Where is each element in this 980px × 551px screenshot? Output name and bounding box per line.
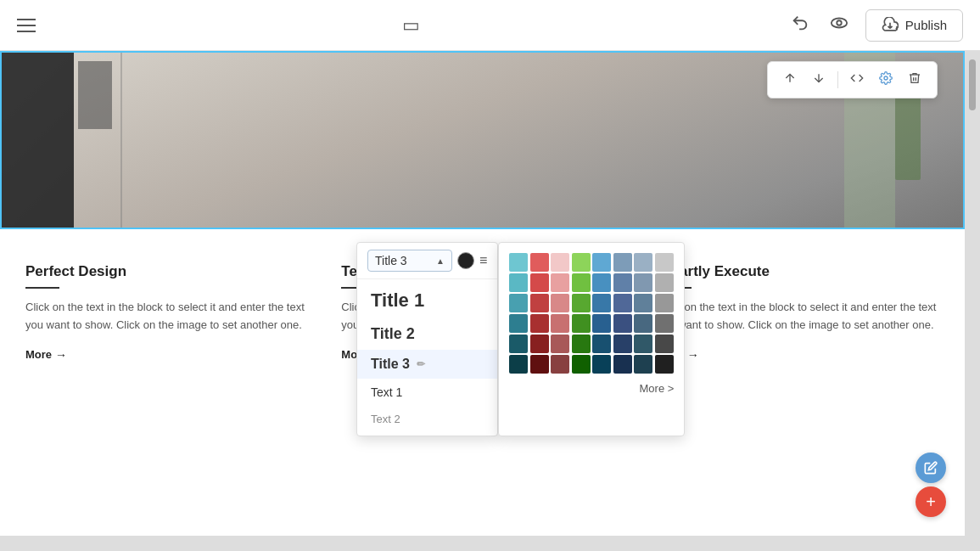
color-cell[interactable]	[509, 253, 528, 272]
scrollbar-thumb[interactable]	[969, 59, 976, 110]
dropdown-overlay: Title 3 ▲ ≡ Title 1 Title 2 Title 3 ✏	[356, 242, 685, 436]
color-cell[interactable]	[613, 335, 632, 353]
color-cell[interactable]	[613, 355, 632, 374]
color-cell[interactable]	[634, 335, 652, 353]
color-cell[interactable]	[592, 253, 611, 272]
style-dropdown-list: Title 1 Title 2 Title 3 ✏ Text 1 Text 2	[357, 279, 497, 436]
color-cell[interactable]	[530, 253, 549, 272]
color-cell[interactable]	[530, 355, 549, 374]
undo-button[interactable]	[787, 10, 813, 40]
card-1-link[interactable]: More →	[25, 348, 307, 362]
color-cell[interactable]	[655, 355, 674, 374]
pencil-icon: ✏	[417, 358, 425, 370]
card-3: Smartly Execute Click on the text in the…	[641, 246, 956, 379]
svg-point-2	[884, 76, 888, 80]
color-dot[interactable]	[457, 252, 474, 269]
color-cell[interactable]	[613, 253, 632, 272]
style-selector[interactable]: Title 3 ▲	[367, 250, 452, 272]
menu-button[interactable]	[17, 19, 36, 32]
fab-add-button[interactable]: +	[916, 486, 946, 517]
more-colors-link[interactable]: More >	[509, 382, 674, 395]
toolbar-divider	[837, 71, 838, 88]
fab-edit-button[interactable]	[916, 453, 946, 483]
card-3-body[interactable]: Click on the text in the block to select…	[658, 299, 939, 335]
color-cell[interactable]	[613, 273, 632, 292]
color-cell[interactable]	[551, 294, 569, 312]
style-item-text1[interactable]: Text 1	[357, 379, 497, 406]
color-cell[interactable]	[572, 314, 591, 333]
fab-add-icon: +	[926, 492, 936, 512]
color-cell[interactable]	[572, 294, 591, 312]
header-image[interactable]	[0, 51, 965, 229]
color-cell[interactable]	[530, 294, 549, 312]
color-cell[interactable]	[592, 273, 611, 292]
color-cell[interactable]	[509, 335, 528, 353]
caret-icon: ▲	[436, 256, 445, 266]
card-3-arrow-icon: →	[687, 348, 699, 362]
style-item-text2[interactable]: Text 2	[357, 406, 497, 432]
style-item-title2[interactable]: Title 2	[357, 318, 497, 350]
style-item-title1-label: Title 1	[371, 290, 424, 312]
color-cell[interactable]	[551, 355, 569, 374]
move-up-button[interactable]	[776, 67, 804, 93]
color-cell[interactable]	[572, 273, 591, 292]
card-1-divider	[25, 287, 59, 289]
color-cell[interactable]	[551, 273, 569, 292]
topbar-left	[17, 19, 36, 32]
color-cell[interactable]	[509, 294, 528, 312]
card-1-body[interactable]: Click on the text in the block to select…	[25, 299, 307, 335]
color-cell[interactable]	[530, 335, 549, 353]
color-cell[interactable]	[509, 355, 528, 374]
color-cell[interactable]	[655, 273, 674, 292]
current-style-label: Title 3	[375, 254, 407, 267]
color-cell[interactable]	[592, 294, 611, 312]
text-style-header: Title 3 ▲ ≡	[357, 243, 497, 279]
color-cell[interactable]	[530, 314, 549, 333]
color-cell[interactable]	[592, 335, 611, 353]
preview-button[interactable]	[826, 10, 852, 40]
move-down-button[interactable]	[805, 67, 832, 93]
style-item-text1-label: Text 1	[371, 385, 402, 399]
color-cell[interactable]	[530, 273, 549, 292]
color-cell[interactable]	[613, 314, 632, 333]
color-cell[interactable]	[634, 355, 652, 374]
color-cell[interactable]	[551, 314, 569, 333]
card-1-arrow-icon: →	[55, 348, 67, 362]
color-cell[interactable]	[509, 273, 528, 292]
color-cell[interactable]	[655, 335, 674, 353]
scrollbar-right[interactable]	[965, 51, 980, 551]
color-cell[interactable]	[655, 294, 674, 312]
color-cell[interactable]	[634, 253, 652, 272]
color-cell[interactable]	[572, 253, 591, 272]
color-cell[interactable]	[551, 253, 569, 272]
color-cell[interactable]	[572, 355, 591, 374]
color-cell[interactable]	[509, 314, 528, 333]
color-cell[interactable]	[634, 314, 652, 333]
delete-button[interactable]	[901, 67, 928, 93]
style-item-title2-label: Title 2	[371, 325, 415, 343]
style-item-title1[interactable]: Title 1	[357, 283, 497, 318]
color-cell[interactable]	[634, 273, 652, 292]
color-cell[interactable]	[655, 314, 674, 333]
color-cell[interactable]	[613, 294, 632, 312]
publish-button[interactable]: Publish	[865, 9, 963, 42]
color-cell[interactable]	[572, 335, 591, 353]
element-toolbar	[767, 61, 938, 98]
settings-button[interactable]	[872, 67, 899, 93]
image-dark-strip	[2, 53, 74, 228]
align-icon[interactable]: ≡	[479, 253, 487, 268]
color-cell[interactable]	[634, 294, 652, 312]
style-item-title3-label: Title 3	[371, 357, 410, 372]
text-style-panel: Title 3 ▲ ≡ Title 1 Title 2 Title 3 ✏	[356, 242, 498, 436]
card-3-link[interactable]: More →	[658, 348, 939, 362]
code-button[interactable]	[843, 67, 871, 93]
topbar: ▭ Publish	[0, 0, 980, 51]
mobile-preview-icon[interactable]: ▭	[402, 14, 420, 37]
color-cell[interactable]	[655, 253, 674, 272]
card-1-link-text: More	[25, 348, 52, 361]
scrollbar-bottom[interactable]	[0, 536, 965, 551]
color-cell[interactable]	[551, 335, 569, 353]
color-cell[interactable]	[592, 355, 611, 374]
style-item-title3[interactable]: Title 3 ✏	[357, 350, 497, 379]
color-cell[interactable]	[592, 314, 611, 333]
